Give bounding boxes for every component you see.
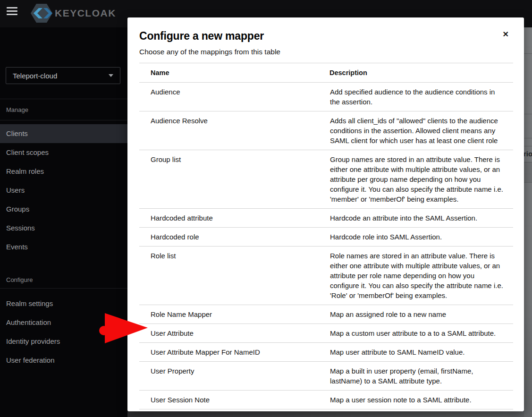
sidebar-item-realm-roles[interactable]: Realm roles <box>0 162 127 181</box>
sidebar-item-events[interactable]: Events <box>0 238 127 256</box>
dimmed-background-page-strip: rio <box>524 27 532 417</box>
red-arrow-annotation <box>98 309 150 352</box>
mapper-name[interactable]: User Session Note <box>139 391 329 409</box>
mapper-row-user-session-note[interactable]: User Session Note Map a user session not… <box>139 391 513 409</box>
mapper-table: Name Description Audience Add specified … <box>139 63 513 409</box>
sidebar: Teleport-cloud Manage Clients Client sco… <box>0 27 127 417</box>
configure-mapper-modal: Configure a new mapper Choose any of the… <box>127 17 524 411</box>
sidebar-item-client-scopes[interactable]: Client scopes <box>0 143 127 162</box>
mapper-row-user-property[interactable]: User Property Map a built in user proper… <box>139 362 513 391</box>
mapper-description: Hardcode an attribute into the SAML Asse… <box>329 209 513 228</box>
mapper-row-group-list[interactable]: Group list Group names are stored in an … <box>139 150 513 209</box>
mapper-name[interactable]: Role Name Mapper <box>139 305 329 324</box>
mapper-description: Map user attribute to SAML NameID value. <box>329 343 513 362</box>
mapper-row-user-attribute[interactable]: User Attribute Map a custom user attribu… <box>139 324 513 343</box>
sidebar-nav-manage: Clients Client scopes Realm roles Users … <box>0 124 127 256</box>
mapper-name[interactable]: Hardcoded role <box>139 228 329 247</box>
sidebar-item-clients[interactable]: Clients <box>0 124 127 143</box>
mapper-row-user-attribute-mapper-for-nameid[interactable]: User Attribute Mapper For NameID Map use… <box>139 343 513 362</box>
mapper-row-audience-resolve[interactable]: Audience Resolve Adds all client_ids of … <box>139 111 513 150</box>
mapper-name[interactable]: Group list <box>139 150 329 209</box>
sidebar-item-sessions[interactable]: Sessions <box>0 219 127 238</box>
keycloak-hexagon-icon <box>30 3 53 23</box>
mapper-row-hardcoded-attribute[interactable]: Hardcoded attribute Hardcode an attribut… <box>139 209 513 228</box>
sidebar-section-configure: Configure <box>0 271 127 289</box>
dimmed-backdrop-bottom <box>127 411 524 417</box>
mapper-description: Role names are stored in an attribute va… <box>329 247 513 305</box>
mapper-name[interactable]: Role list <box>139 247 329 305</box>
mapper-row-hardcoded-role[interactable]: Hardcoded role Hardcode role into SAML A… <box>139 228 513 247</box>
mapper-description: Group names are stored in an attribute v… <box>329 150 513 209</box>
column-header-description: Description <box>329 63 513 83</box>
mapper-name[interactable]: Audience Resolve <box>139 111 329 150</box>
background-partial-text: rio <box>524 146 532 162</box>
mapper-row-audience[interactable]: Audience Add specified audience to the a… <box>139 83 513 111</box>
sidebar-section-manage: Manage <box>0 99 127 120</box>
hamburger-menu-icon[interactable] <box>7 7 17 16</box>
mapper-row-role-list[interactable]: Role list Role names are stored in an at… <box>139 247 513 305</box>
mapper-name[interactable]: Audience <box>139 83 329 111</box>
sidebar-item-users[interactable]: Users <box>0 181 127 200</box>
sidebar-item-groups[interactable]: Groups <box>0 200 127 219</box>
realm-selector-value: Teleport-cloud <box>13 72 57 80</box>
realm-selector[interactable]: Teleport-cloud <box>6 67 120 84</box>
mapper-description: Hardcode role into SAML Assertion. <box>329 228 513 247</box>
mapper-description: Add specified audience to the audience c… <box>329 83 513 111</box>
section-label: Manage <box>6 106 28 113</box>
mapper-table-header-row: Name Description <box>139 63 513 83</box>
mapper-name[interactable]: User Attribute Mapper For NameID <box>139 343 329 362</box>
mapper-name[interactable]: User Attribute <box>139 324 329 343</box>
mapper-name[interactable]: User Property <box>139 362 329 391</box>
modal-subtitle: Choose any of the mappings from this tab… <box>127 43 524 56</box>
mapper-table-container: Name Description Audience Add specified … <box>139 63 513 409</box>
mapper-description: Map a custom user attribute to a to a SA… <box>329 324 513 343</box>
mapper-description: Map a built in user property (email, fir… <box>329 362 513 391</box>
chevron-down-icon <box>109 74 113 77</box>
keycloak-logo: KEYCLOAK <box>30 3 116 23</box>
mapper-row-role-name-mapper[interactable]: Role Name Mapper Map an assigned role to… <box>139 305 513 324</box>
mapper-description: Adds all client_ids of "allowed" clients… <box>329 111 513 150</box>
logo-text: KEYCLOAK <box>55 8 116 19</box>
keycloak-admin-console: KEYCLOAK Teleport-cloud Manage Clients C… <box>0 0 532 417</box>
mapper-description: Map an assigned role to a new name <box>329 305 513 324</box>
mapper-description: Map a user session note to a SAML attrib… <box>329 391 513 409</box>
close-icon[interactable]: ✕ <box>503 31 509 38</box>
section-label: Configure <box>6 276 33 283</box>
mapper-name[interactable]: Hardcoded attribute <box>139 209 329 228</box>
modal-title: Configure a new mapper <box>127 17 524 43</box>
sidebar-item-user-federation[interactable]: User federation <box>0 351 127 370</box>
column-header-name: Name <box>139 63 329 83</box>
